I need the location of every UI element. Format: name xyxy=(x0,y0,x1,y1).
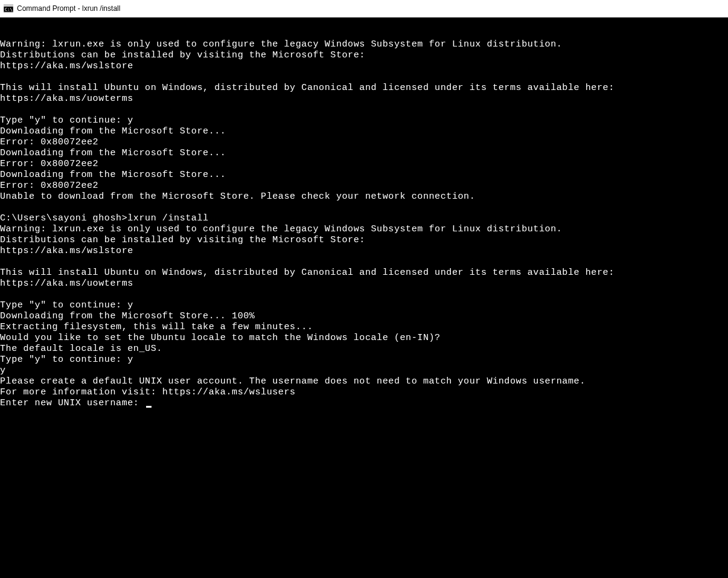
cursor xyxy=(146,406,152,408)
terminal-line xyxy=(0,289,728,300)
unix-username-prompt: Enter new UNIX username: xyxy=(0,398,145,408)
terminal-line xyxy=(0,104,728,115)
terminal-line: This will install Ubuntu on Windows, dis… xyxy=(0,268,728,278)
terminal-line: This will install Ubuntu on Windows, dis… xyxy=(0,83,728,94)
terminal-line: Distributions can be installed by visiti… xyxy=(0,50,728,61)
terminal-line: Warning: lxrun.exe is only used to confi… xyxy=(0,39,728,50)
terminal-line xyxy=(0,202,728,213)
terminal-line: Downloading from the Microsoft Store... xyxy=(0,126,728,137)
terminal-prompt-line: Enter new UNIX username: xyxy=(0,398,728,409)
terminal-line: Error: 0x80072ee2 xyxy=(0,159,728,170)
terminal-line: Downloading from the Microsoft Store... xyxy=(0,170,728,181)
terminal-line: The default locale is en_US. xyxy=(0,344,728,355)
terminal-line: Unable to download from the Microsoft St… xyxy=(0,191,728,202)
terminal-line xyxy=(0,72,728,83)
terminal-line: Extracting filesystem, this will take a … xyxy=(0,322,728,333)
terminal-line: For more information visit: https://aka.… xyxy=(0,387,728,398)
window-title: Command Prompt - lxrun /install xyxy=(17,4,120,13)
terminal-line xyxy=(0,257,728,268)
terminal-line: y xyxy=(0,365,728,376)
terminal-line: Downloading from the Microsoft Store... … xyxy=(0,311,728,322)
terminal-line: Warning: lxrun.exe is only used to confi… xyxy=(0,224,728,235)
window-titlebar[interactable]: C:\ Command Prompt - lxrun /install xyxy=(0,0,728,18)
terminal-line: Distributions can be installed by visiti… xyxy=(0,235,728,246)
terminal-line: Would you like to set the Ubuntu locale … xyxy=(0,333,728,344)
terminal-line: https://aka.ms/wslstore xyxy=(0,246,728,257)
terminal-line: https://aka.ms/uowterms xyxy=(0,94,728,104)
terminal-line: https://aka.ms/uowterms xyxy=(0,278,728,289)
terminal-line: Type "y" to continue: y xyxy=(0,355,728,365)
svg-rect-1 xyxy=(4,5,13,7)
terminal-line: https://aka.ms/wslstore xyxy=(0,61,728,72)
terminal-output[interactable]: Warning: lxrun.exe is only used to confi… xyxy=(0,18,728,420)
terminal-line: C:\Users\sayoni ghosh>lxrun /install xyxy=(0,213,728,224)
terminal-line: Type "y" to continue: y xyxy=(0,115,728,126)
svg-text:C:\: C:\ xyxy=(5,7,13,12)
terminal-line: Error: 0x80072ee2 xyxy=(0,137,728,148)
terminal-line: Downloading from the Microsoft Store... xyxy=(0,148,728,159)
cmd-icon: C:\ xyxy=(4,4,13,13)
terminal-line: Please create a default UNIX user accoun… xyxy=(0,376,728,387)
terminal-line: Type "y" to continue: y xyxy=(0,300,728,311)
terminal-line: Error: 0x80072ee2 xyxy=(0,181,728,191)
